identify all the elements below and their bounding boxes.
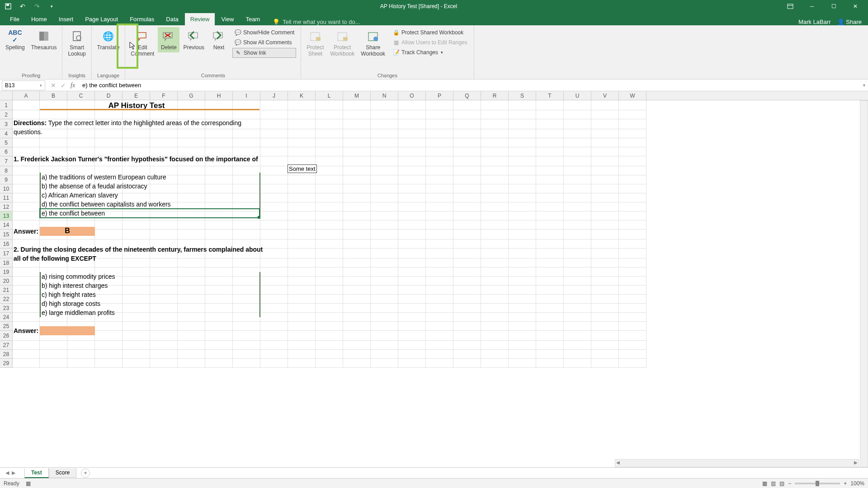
row-header[interactable]: 12 bbox=[0, 202, 13, 211]
view-page-break-icon[interactable]: ▤ bbox=[779, 480, 784, 487]
cell[interactable] bbox=[40, 313, 67, 322]
cell[interactable] bbox=[40, 277, 67, 286]
cell[interactable] bbox=[67, 267, 95, 277]
cell[interactable] bbox=[40, 184, 67, 193]
cell[interactable] bbox=[343, 322, 371, 331]
cell[interactable] bbox=[123, 249, 150, 258]
cell[interactable] bbox=[260, 230, 288, 239]
cell[interactable] bbox=[260, 267, 288, 277]
cell[interactable] bbox=[178, 313, 205, 322]
cell[interactable] bbox=[564, 119, 591, 129]
cell[interactable] bbox=[13, 202, 40, 211]
cell[interactable] bbox=[288, 295, 316, 304]
cell[interactable] bbox=[150, 110, 178, 119]
cell[interactable] bbox=[509, 129, 536, 138]
cell[interactable] bbox=[591, 258, 619, 267]
col-header[interactable]: O bbox=[398, 91, 426, 100]
cell[interactable] bbox=[509, 138, 536, 147]
cell[interactable] bbox=[398, 277, 426, 286]
cell[interactable] bbox=[619, 295, 646, 304]
cell[interactable] bbox=[426, 258, 453, 267]
cell[interactable] bbox=[95, 313, 123, 322]
cell[interactable] bbox=[619, 166, 646, 175]
cell[interactable] bbox=[150, 277, 178, 286]
cell[interactable] bbox=[453, 313, 481, 322]
undo-icon[interactable]: ↶ bbox=[18, 2, 27, 11]
cell[interactable] bbox=[150, 267, 178, 277]
cell[interactable] bbox=[233, 166, 260, 175]
cell[interactable] bbox=[371, 295, 398, 304]
cell[interactable] bbox=[150, 211, 178, 221]
cell[interactable] bbox=[481, 193, 509, 202]
cell[interactable] bbox=[150, 138, 178, 147]
cell[interactable] bbox=[95, 331, 123, 341]
cell[interactable] bbox=[67, 350, 95, 359]
cell[interactable] bbox=[509, 166, 536, 175]
cell[interactable] bbox=[564, 100, 591, 110]
tab-view[interactable]: View bbox=[216, 13, 239, 25]
cell[interactable] bbox=[95, 147, 123, 156]
cell[interactable] bbox=[371, 350, 398, 359]
cell[interactable] bbox=[67, 230, 95, 239]
cell[interactable] bbox=[260, 322, 288, 331]
cell[interactable] bbox=[95, 100, 123, 110]
cell[interactable] bbox=[95, 138, 123, 147]
cell[interactable] bbox=[398, 249, 426, 258]
cell[interactable] bbox=[233, 313, 260, 322]
cell[interactable] bbox=[343, 304, 371, 313]
cell[interactable] bbox=[509, 193, 536, 202]
cell[interactable] bbox=[13, 322, 40, 331]
formula-bar-input[interactable]: e) the conflict between bbox=[79, 82, 860, 89]
cell[interactable] bbox=[67, 258, 95, 267]
cell[interactable] bbox=[536, 193, 564, 202]
row-header[interactable]: 24 bbox=[0, 313, 13, 322]
cell[interactable] bbox=[13, 193, 40, 202]
cell[interactable] bbox=[619, 239, 646, 249]
cell[interactable] bbox=[398, 193, 426, 202]
cell[interactable] bbox=[316, 156, 343, 166]
cell[interactable] bbox=[426, 267, 453, 277]
cell[interactable] bbox=[67, 193, 95, 202]
cell[interactable] bbox=[233, 129, 260, 138]
cell[interactable] bbox=[371, 129, 398, 138]
cell[interactable] bbox=[233, 267, 260, 277]
cell[interactable] bbox=[288, 313, 316, 322]
cell[interactable] bbox=[536, 110, 564, 119]
cell[interactable] bbox=[150, 313, 178, 322]
cell[interactable] bbox=[123, 166, 150, 175]
cell[interactable] bbox=[343, 147, 371, 156]
cell[interactable] bbox=[426, 322, 453, 331]
cell[interactable] bbox=[509, 221, 536, 230]
cell[interactable] bbox=[288, 230, 316, 239]
cell[interactable] bbox=[564, 138, 591, 147]
cell[interactable] bbox=[95, 175, 123, 184]
cell[interactable] bbox=[205, 193, 233, 202]
cell[interactable] bbox=[591, 313, 619, 322]
cancel-formula-icon[interactable]: ✕ bbox=[51, 82, 56, 89]
cell[interactable] bbox=[288, 147, 316, 156]
cell[interactable] bbox=[481, 100, 509, 110]
cell[interactable] bbox=[343, 202, 371, 211]
new-sheet-button[interactable]: + bbox=[81, 469, 90, 478]
cell[interactable] bbox=[288, 258, 316, 267]
cell[interactable] bbox=[509, 211, 536, 221]
cell[interactable] bbox=[205, 277, 233, 286]
cell[interactable] bbox=[398, 211, 426, 221]
cell[interactable] bbox=[371, 156, 398, 166]
cell[interactable] bbox=[564, 202, 591, 211]
cell[interactable] bbox=[13, 350, 40, 359]
cell[interactable] bbox=[316, 202, 343, 211]
zoom-level[interactable]: 100% bbox=[850, 480, 864, 487]
cell[interactable] bbox=[343, 138, 371, 147]
cell[interactable] bbox=[398, 129, 426, 138]
cell[interactable] bbox=[233, 341, 260, 350]
horizontal-scrollbar[interactable]: ◀ ▶ bbox=[615, 459, 859, 467]
cell[interactable] bbox=[536, 313, 564, 322]
cell[interactable] bbox=[536, 267, 564, 277]
user-name[interactable]: Mark LaBarr bbox=[798, 19, 831, 25]
show-hide-comment-button[interactable]: 💬 Show/Hide Comment bbox=[232, 28, 296, 37]
cell[interactable] bbox=[233, 277, 260, 286]
cell[interactable] bbox=[564, 277, 591, 286]
cell[interactable] bbox=[591, 304, 619, 313]
sheet-nav-next[interactable]: ▶ bbox=[12, 470, 15, 476]
